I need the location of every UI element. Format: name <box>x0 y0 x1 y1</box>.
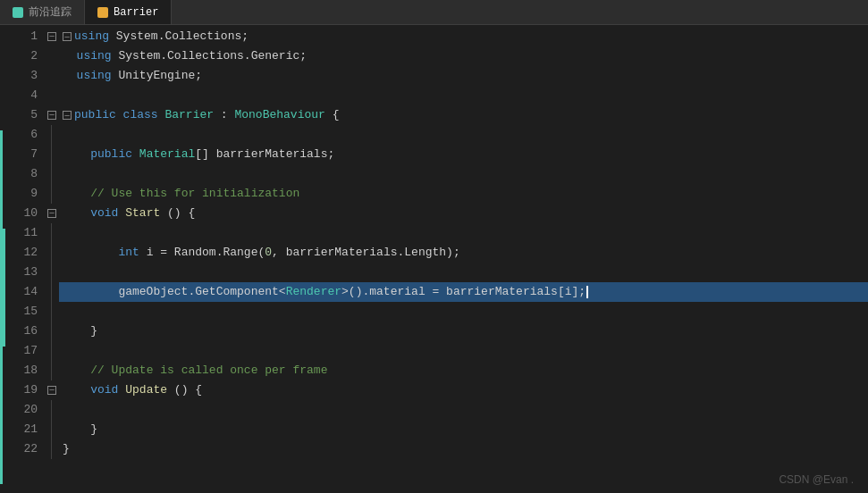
line-num-4: 4 <box>20 86 38 105</box>
fold-cell-1[interactable]: − <box>45 27 59 46</box>
tab-bar: 前沿追踪 Barrier <box>0 0 868 25</box>
fold-cell-9 <box>51 184 52 204</box>
code-line-14: gameObject.GetComponent<Renderer>().mate… <box>59 282 868 302</box>
line-num-12: 12 <box>20 243 38 263</box>
line-num-16: 16 <box>20 322 38 341</box>
inline-fold-1[interactable]: − <box>63 32 72 41</box>
fold-cell-21 <box>51 420 52 439</box>
fold-minus-10[interactable]: − <box>47 209 56 218</box>
fold-cell-12 <box>51 243 52 263</box>
tab-barrier[interactable]: Barrier <box>85 0 172 24</box>
code-line-12: int i = Random.Range(0, barrierMaterials… <box>59 243 868 263</box>
line-num-15: 15 <box>20 302 38 322</box>
line-num-9: 9 <box>20 184 38 204</box>
fold-cell-13 <box>51 263 52 282</box>
line-num-3: 3 <box>20 66 38 86</box>
fold-cell-10[interactable]: − <box>45 204 59 223</box>
code-line-8 <box>59 164 868 184</box>
code-line-4 <box>59 86 868 105</box>
code-line-6 <box>59 125 868 145</box>
line-num-19: 19 <box>20 380 38 400</box>
fold-cell-18 <box>51 361 52 380</box>
line-num-21: 21 <box>20 420 38 439</box>
code-line-9: // Use this for initialization <box>59 184 868 204</box>
code-line-15 <box>59 302 868 322</box>
watermark: CSDN @Evan . <box>779 473 854 486</box>
fold-cell-19[interactable]: − <box>45 380 59 400</box>
line-num-7: 7 <box>20 145 38 164</box>
code-line-11 <box>59 223 868 243</box>
code-line-10: void Start () { <box>59 204 868 223</box>
line-num-18: 18 <box>20 361 38 380</box>
tab-icon-barrier <box>97 7 108 18</box>
text-cursor <box>586 286 588 298</box>
code-line-7: public Material[] barrierMaterials; <box>59 145 868 164</box>
code-line-3: using UnityEngine; <box>59 66 868 86</box>
line-num-1: 1 <box>20 27 38 46</box>
code-line-22: } <box>59 439 868 459</box>
line-num-2: 2 <box>20 46 38 66</box>
fold-cell-20 <box>51 400 52 420</box>
fold-cell-22 <box>51 439 52 459</box>
line-num-20: 20 <box>20 400 38 420</box>
code-line-5: −public class Barrier : MonoBehaviour { <box>59 105 868 125</box>
fold-cell-17 <box>51 341 52 361</box>
green-bar-start <box>3 229 5 347</box>
fold-cell-4 <box>45 86 59 105</box>
fold-cell-16 <box>51 322 52 341</box>
line-num-14: 14 <box>20 282 38 302</box>
fold-cell-8 <box>51 164 52 184</box>
fold-minus-19[interactable]: − <box>47 386 56 395</box>
code-line-21: } <box>59 420 868 439</box>
fold-cell-11 <box>51 223 52 243</box>
line-num-22: 22 <box>20 439 38 459</box>
editor-area: 12345678910111213141516171819202122 −−−−… <box>0 25 868 493</box>
code-line-17 <box>59 341 868 361</box>
code-line-16: } <box>59 322 868 341</box>
tab-label-qianyan: 前沿追踪 <box>29 4 72 20</box>
tab-qianyan[interactable]: 前沿追踪 <box>0 0 85 24</box>
code-line-2: using System.Collections.Generic; <box>59 46 868 66</box>
code-line-19: void Update () { <box>59 380 868 400</box>
line-num-11: 11 <box>20 223 38 243</box>
fold-cell-3 <box>45 66 59 86</box>
line-num-6: 6 <box>20 125 38 145</box>
code-line-1: −using System.Collections; <box>59 27 868 46</box>
line-num-8: 8 <box>20 164 38 184</box>
line-num-5: 5 <box>20 105 38 125</box>
line-gutter: 12345678910111213141516171819202122 <box>0 25 45 493</box>
code-line-18: // Update is called once per frame <box>59 361 868 380</box>
fold-cell-14 <box>51 282 52 302</box>
fold-cell-7 <box>51 145 52 164</box>
fold-cell-15 <box>51 302 52 322</box>
fold-cell-5[interactable]: − <box>45 105 59 125</box>
fold-minus-1[interactable]: − <box>47 32 56 41</box>
code-line-13 <box>59 263 868 282</box>
tab-label-barrier: Barrier <box>114 6 158 19</box>
code-lines: −using System.Collections; using System.… <box>59 25 868 493</box>
fold-indicators: −−−− <box>45 25 59 493</box>
fold-cell-2 <box>45 46 59 66</box>
line-num-13: 13 <box>20 263 38 282</box>
line-num-17: 17 <box>20 341 38 361</box>
line-num-10: 10 <box>20 204 38 223</box>
tab-icon-default <box>13 7 23 18</box>
inline-fold-5[interactable]: − <box>63 111 72 120</box>
fold-cell-6 <box>51 125 52 145</box>
code-line-20 <box>59 400 868 420</box>
fold-minus-5[interactable]: − <box>47 111 56 120</box>
